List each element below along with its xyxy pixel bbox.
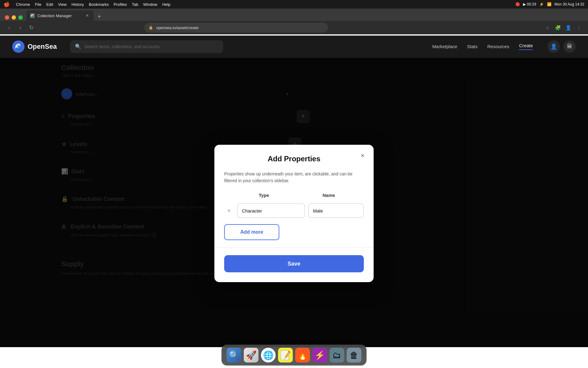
search-placeholder: Search items, collections, and accounts <box>84 44 160 49</box>
menu-help[interactable]: Help <box>162 2 171 7</box>
dock-trash[interactable]: 🗑 <box>347 348 361 362</box>
nav-stats[interactable]: Stats <box>467 44 477 49</box>
page-background: Collection This is the collec... 🌀 Infam… <box>0 58 588 347</box>
menu-history[interactable]: History <box>72 2 84 7</box>
datetime: Mon 30 Aug 14:32 <box>555 2 584 6</box>
back-button[interactable]: ‹ <box>5 23 13 32</box>
menu-chrome[interactable]: Chrome <box>16 2 30 7</box>
menu-profiles[interactable]: Profiles <box>114 2 127 7</box>
menu-file[interactable]: File <box>35 2 41 7</box>
search-box[interactable]: 🔍 Search items, collections, and account… <box>70 40 223 53</box>
opensea-logo[interactable]: 🌊 OpenSea <box>12 40 57 53</box>
menu-window[interactable]: Window <box>143 2 157 7</box>
wallet-icon[interactable]: 🏛 <box>564 40 576 53</box>
header-icons: 👤 🏛 <box>548 40 576 53</box>
wifi-icon: 📶 <box>547 2 552 6</box>
col-type-header: Type <box>239 193 289 201</box>
minimize-window-btn[interactable] <box>12 15 16 20</box>
menubar-right: 🔴 ▶ 00:29 ⚡ 📶 Mon 30 Aug 14:32 <box>515 2 584 6</box>
property-row-0: × <box>224 203 364 218</box>
url-bar[interactable]: 🔒 opensea.io/asset/create <box>144 23 328 33</box>
new-tab-button[interactable]: + <box>95 12 104 21</box>
nav-resources[interactable]: Resources <box>487 44 509 49</box>
active-tab[interactable]: 🌊 Collection Manager × <box>26 10 94 21</box>
modal-column-headers: Type Name <box>224 193 364 201</box>
lock-icon: 🔒 <box>149 25 153 30</box>
opensea-header: 🌊 OpenSea 🔍 Search items, collections, a… <box>0 36 588 58</box>
modal-title: Add Properties <box>224 155 364 163</box>
dock-bolt[interactable]: 🔥 <box>295 348 310 362</box>
star-icon[interactable]: ☆ <box>543 23 552 32</box>
battery-status: 🔴 <box>515 2 520 6</box>
main-content: 🌊 OpenSea 🔍 Search items, collections, a… <box>0 36 588 347</box>
bolt-icon: ⚡ <box>539 2 544 6</box>
property-type-0-input[interactable] <box>237 203 305 218</box>
col-name-header: Name <box>294 193 364 201</box>
modal-description: Properties show up underneath your item,… <box>224 171 364 184</box>
tab-favicon: 🌊 <box>30 13 35 18</box>
property-name-0-input[interactable] <box>308 203 364 218</box>
add-more-button[interactable]: Add more <box>224 224 279 240</box>
tab-close-btn[interactable]: × <box>85 13 90 18</box>
user-avatar[interactable]: 👤 <box>548 40 560 53</box>
dock-lightning[interactable]: ⚡ <box>312 348 327 362</box>
address-bar: ‹ › ↻ 🔒 opensea.io/asset/create ☆ 🧩 👤 ⋮ <box>0 21 588 34</box>
dock-launchpad[interactable]: 🚀 <box>244 348 258 362</box>
menu-view[interactable]: View <box>58 2 67 7</box>
menu-bookmarks[interactable]: Bookmarks <box>89 2 109 7</box>
menu-edit[interactable]: Edit <box>46 2 53 7</box>
window-controls <box>5 15 23 21</box>
opensea-nav: Marketplace Stats Resources Create <box>432 43 533 50</box>
profile-icon[interactable]: 👤 <box>564 23 573 32</box>
tab-title: Collection Manager <box>37 13 82 18</box>
save-button[interactable]: Save <box>224 255 364 272</box>
extensions-icon[interactable]: 🧩 <box>554 23 562 32</box>
add-properties-modal: Add Properties × Properties show up unde… <box>214 145 374 282</box>
search-icon: 🔍 <box>75 44 81 49</box>
refresh-button[interactable]: ↻ <box>27 23 36 32</box>
time-status: ▶ 00:29 <box>523 2 536 6</box>
close-window-btn[interactable] <box>5 15 9 20</box>
dock-folder[interactable]: 🗂 <box>330 348 344 362</box>
nav-create[interactable]: Create <box>519 43 533 50</box>
nav-marketplace[interactable]: Marketplace <box>432 44 457 49</box>
modal-close-button[interactable]: × <box>358 151 368 161</box>
modal-header: Add Properties <box>224 155 364 163</box>
delete-property-0-btn[interactable]: × <box>224 204 234 217</box>
url-text: opensea.io/asset/create <box>156 25 198 30</box>
modal-overlay: Add Properties × Properties show up unde… <box>0 58 588 347</box>
opensea-logo-icon: 🌊 <box>12 40 24 53</box>
mac-menubar: 🍎 Chrome File Edit View History Bookmark… <box>0 0 588 9</box>
menu-tab[interactable]: Tab <box>132 2 138 7</box>
delete-col-spacer <box>224 193 234 201</box>
dock-notes[interactable]: 📝 <box>278 348 293 362</box>
browser-toolbar-right: ☆ 🧩 👤 ⋮ <box>543 23 583 32</box>
menu-dots-icon[interactable]: ⋮ <box>575 23 583 32</box>
tab-bar: 🌊 Collection Manager × + <box>0 9 588 21</box>
modal-divider <box>214 247 374 248</box>
traffic-lights <box>5 15 23 20</box>
dock-chrome[interactable]: 🌐 <box>261 348 276 362</box>
dock-finder[interactable]: 🔍 <box>227 348 241 362</box>
maximize-window-btn[interactable] <box>18 15 23 20</box>
apple-menu[interactable]: 🍎 <box>4 2 10 7</box>
opensea-logo-text: OpenSea <box>28 43 57 51</box>
opensea-search[interactable]: 🔍 Search items, collections, and account… <box>70 40 223 53</box>
forward-button[interactable]: › <box>16 23 24 32</box>
dock: 🔍 🚀 🌐 📝 🔥 ⚡ 🗂 🗑 <box>221 345 367 366</box>
